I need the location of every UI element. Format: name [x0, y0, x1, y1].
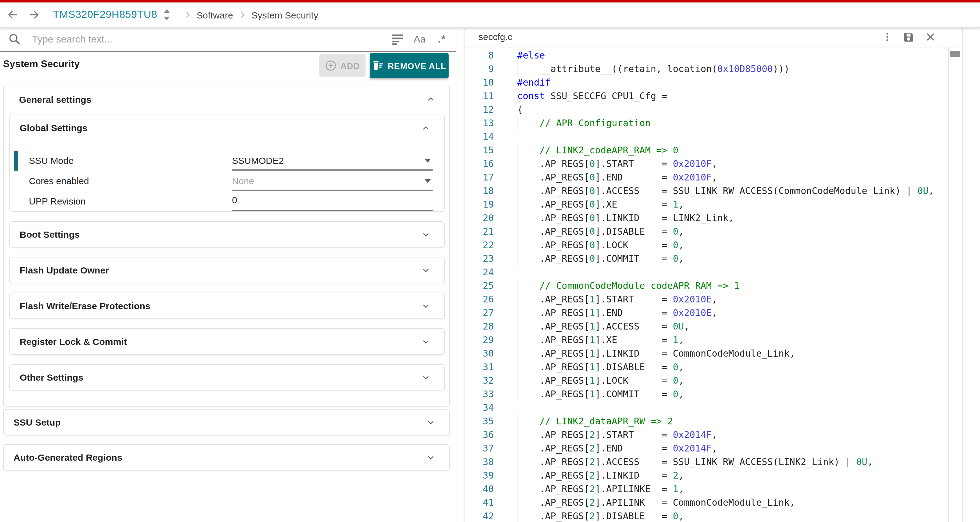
editor-header: seccfg.c — [465, 27, 962, 48]
code-line: 25 // CommonCodeModule_codeAPR_RAM => 1 — [465, 279, 949, 292]
section-flash-write-erase-protections[interactable]: Flash Write/Erase Protections — [9, 292, 445, 319]
close-icon[interactable] — [923, 30, 939, 44]
back-arrow-icon — [7, 9, 19, 21]
line-number: 30 — [465, 347, 494, 360]
line-number: 41 — [465, 496, 494, 509]
line-number: 32 — [465, 374, 494, 388]
code-line: 20 .AP_REGS[0].LINKID = LINK2_Link, — [465, 211, 949, 225]
remove-all-button-label: REMOVE ALL — [388, 61, 447, 70]
kebab-menu-icon[interactable] — [880, 30, 896, 44]
line-number: 22 — [465, 238, 494, 252]
chevron-down-icon[interactable] — [421, 265, 431, 275]
code-line: 15 // LINK2_codeAPR_RAM => 0 — [465, 144, 949, 157]
ssu-setup-card[interactable]: SSU Setup — [3, 409, 450, 436]
page-title: System Security — [3, 59, 80, 70]
code-line: 31 .AP_REGS[1].DISABLE = 0, — [465, 360, 949, 374]
breadcrumb-system-security[interactable]: System Security — [251, 10, 318, 20]
line-number: 24 — [465, 265, 494, 279]
general-settings-header[interactable]: General settings — [4, 86, 449, 112]
line-number: 29 — [465, 333, 494, 347]
code-line: 8#else — [465, 49, 949, 62]
forward-arrow-icon — [28, 9, 40, 21]
line-number: 33 — [465, 388, 494, 401]
scrollbar-thumb[interactable] — [950, 51, 960, 57]
chevron-up-icon[interactable] — [421, 123, 431, 133]
line-number: 16 — [465, 157, 494, 171]
ssu-setup-title: SSU Setup — [14, 417, 60, 428]
section-register-lock-commit[interactable]: Register Lock & Commit — [9, 328, 445, 355]
cores-enabled-value: None — [232, 176, 254, 186]
line-number: 10 — [465, 76, 494, 89]
match-case-icon[interactable]: Aa — [410, 34, 429, 45]
cores-enabled-select[interactable]: None — [232, 171, 433, 191]
code-line: 39 .AP_REGS[2].LINKID = 2, — [465, 469, 949, 482]
forward-button[interactable] — [26, 7, 42, 23]
global-settings-header[interactable]: Global Settings — [10, 115, 444, 140]
add-button-label: ADD — [340, 61, 360, 70]
search-icon — [5, 33, 23, 46]
line-number: 42 — [465, 509, 494, 522]
breadcrumb-software[interactable]: Software — [197, 10, 233, 20]
code-line: 10#endif — [465, 76, 949, 89]
line-number: 15 — [465, 144, 494, 157]
code-line: 30 .AP_REGS[1].LINKID = CommonCodeModule… — [465, 347, 949, 360]
line-number: 17 — [465, 171, 494, 184]
section-title: Boot Settings — [20, 229, 80, 239]
section-flash-update-owner[interactable]: Flash Update Owner — [9, 257, 445, 283]
search-divider — [0, 51, 456, 53]
line-number: 11 — [465, 89, 494, 103]
save-icon[interactable] — [900, 30, 916, 44]
breadcrumb-chevron-icon — [237, 9, 248, 20]
chevron-down-icon[interactable] — [421, 230, 431, 239]
line-number: 27 — [465, 306, 494, 320]
chevron-down-icon[interactable] — [426, 453, 436, 463]
app-window: TMS320F29H859TU8 Software System Securit… — [0, 0, 980, 522]
code-line: 21 .AP_REGS[0].DISABLE = 0, — [465, 225, 949, 238]
auto-generated-regions-card[interactable]: Auto-Generated Regions — [3, 444, 450, 471]
section-boot-settings[interactable]: Boot Settings — [9, 221, 445, 247]
general-settings-card: General settings Global Settings SSU Mod… — [3, 86, 450, 407]
ssu-mode-label: SSU Mode — [29, 155, 73, 166]
editor-scrollbar[interactable] — [948, 48, 962, 522]
code-line: 38 .AP_REGS[2].ACCESS = SSU_LINK_RW_ACCE… — [465, 455, 949, 469]
line-number: 8 — [465, 49, 494, 62]
search-filter-lines-icon[interactable] — [388, 34, 407, 45]
chevron-down-icon[interactable] — [426, 418, 436, 428]
code-lines[interactable]: 8#else9 __attribute__((retain, location(… — [465, 48, 949, 522]
code-line: 33 .AP_REGS[1].COMMIT = 0, — [465, 388, 949, 401]
cores-enabled-label: Cores enabled — [29, 176, 89, 186]
device-selector[interactable]: TMS320F29H859TU8 — [53, 9, 157, 21]
regex-icon[interactable]: .* — [433, 33, 451, 45]
code-line: 12{ — [465, 103, 949, 117]
search-input[interactable] — [31, 33, 388, 45]
add-button[interactable]: ADD — [320, 54, 366, 77]
line-number: 39 — [465, 469, 494, 482]
code-line: 36 .AP_REGS[2].START = 0x2014F, — [465, 428, 949, 442]
code-line: 34 — [465, 401, 949, 415]
remove-all-button[interactable]: REMOVE ALL — [370, 53, 449, 78]
section-title: Other Settings — [20, 372, 83, 383]
chevron-down-icon[interactable] — [421, 373, 431, 383]
chevron-up-icon[interactable] — [426, 94, 436, 104]
line-number: 26 — [465, 292, 494, 306]
chevron-down-icon[interactable] — [421, 301, 431, 311]
dropdown-caret-icon — [425, 159, 431, 163]
app-header: TMS320F29H859TU8 Software System Securit… — [0, 2, 980, 28]
code-editor-panel: seccfg.c 8#else9 __attribute__((retain, … — [464, 27, 963, 522]
line-number: 36 — [465, 428, 494, 442]
line-number: 12 — [465, 103, 494, 117]
section-other-settings[interactable]: Other Settings — [9, 364, 445, 391]
upp-revision-input[interactable] — [232, 195, 433, 205]
code-line: 13 // APR Configuration — [465, 117, 949, 130]
line-number: 9 — [465, 62, 494, 76]
chevron-down-icon[interactable] — [421, 337, 431, 347]
auto-generated-regions-title: Auto-Generated Regions — [14, 452, 122, 463]
swap-device-icon[interactable] — [162, 8, 171, 22]
line-number: 21 — [465, 225, 494, 238]
code-line: 24 — [465, 265, 949, 279]
code-line: 40 .AP_REGS[2].APILINKE = 1, — [465, 482, 949, 496]
back-button[interactable] — [5, 7, 21, 23]
ssu-mode-select[interactable]: SSUMODE2 — [232, 151, 433, 171]
line-number: 20 — [465, 211, 494, 225]
line-number: 19 — [465, 198, 494, 211]
